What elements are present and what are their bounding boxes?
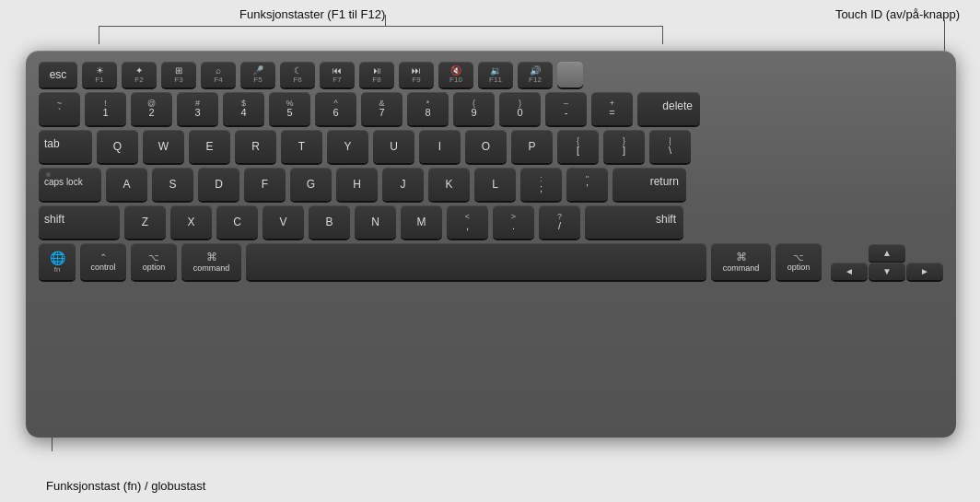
key-backtick[interactable]: ~ ` [39,92,80,125]
key-9[interactable]: ( 9 [453,92,495,125]
key-m[interactable]: M [401,205,442,239]
key-u[interactable]: U [373,130,414,163]
bracket-line-top [99,26,662,27]
key-l[interactable]: L [474,168,516,201]
key-minus[interactable]: – - [545,92,587,125]
key-f2-label: F2 [134,76,143,84]
key-2[interactable]: @ 2 [131,92,172,125]
key-touchid[interactable] [557,62,583,88]
key-g[interactable]: G [290,168,332,201]
key-arrow-left[interactable]: ◄ [831,263,868,280]
key-f6-label: F6 [293,76,301,84]
key-q[interactable]: Q [97,130,138,163]
key-f8[interactable]: ⏯ F8 [359,62,394,88]
key-f2-icon: ✦ [135,65,143,76]
key-4[interactable]: $ 4 [223,92,264,125]
key-f9[interactable]: ⏭ F9 [399,62,434,88]
key-6[interactable]: ^ 6 [315,92,356,125]
key-command-right-icon: ⌘ [736,251,747,263]
key-d[interactable]: D [198,168,239,201]
key-delete[interactable]: delete [637,92,700,125]
key-comma[interactable]: < , [447,205,488,239]
key-space[interactable] [246,243,706,280]
key-s[interactable]: S [152,168,193,201]
key-p[interactable]: P [511,130,553,163]
key-f5[interactable]: 🎤 F5 [240,62,275,88]
key-slash[interactable]: ? / [539,205,580,239]
key-0[interactable]: ) 0 [499,92,541,125]
key-5[interactable]: % 5 [269,92,310,125]
key-arrow-left-icon: ◄ [845,266,854,276]
key-command-left[interactable]: ⌘ command [181,243,241,280]
key-arrow-right[interactable]: ► [906,263,943,280]
key-arrow-up[interactable]: ▲ [869,244,905,262]
key-tab[interactable]: tab [39,130,92,163]
key-f6[interactable]: ☾ F6 [280,62,315,88]
key-h[interactable]: H [336,168,378,201]
key-e[interactable]: E [189,130,230,163]
key-f2[interactable]: ✦ F2 [122,62,157,88]
key-f4[interactable]: ⌕ F4 [201,62,236,88]
key-i[interactable]: I [419,130,461,163]
key-minus-label: - [565,108,568,118]
key-f8-label: F8 [372,76,380,84]
key-f3[interactable]: ⊞ F3 [161,62,196,88]
key-n[interactable]: N [355,205,396,239]
key-esc-label: esc [50,68,67,81]
key-fn-label: fn [54,265,61,274]
key-command-left-icon: ⌘ [206,251,217,263]
key-j[interactable]: J [382,168,424,201]
key-7[interactable]: & 7 [361,92,402,125]
key-f10[interactable]: 🔇 F10 [438,62,473,88]
key-8[interactable]: * 8 [407,92,449,125]
key-3[interactable]: # 3 [177,92,218,125]
key-t[interactable]: T [281,130,322,163]
key-semicolon[interactable]: : ; [520,168,562,201]
key-period[interactable]: > . [493,205,534,239]
key-o[interactable]: O [465,130,507,163]
key-7-label: 7 [379,108,384,118]
key-f12[interactable]: 🔊 F12 [518,62,553,88]
key-z[interactable]: Z [124,205,166,239]
key-backslash[interactable]: | \ [649,130,691,163]
key-command-right[interactable]: ⌘ command [711,243,771,280]
key-rbracket[interactable]: } ] [603,130,645,163]
key-f1[interactable]: ☀ F1 [82,62,117,88]
key-k[interactable]: K [428,168,470,201]
key-arrow-down[interactable]: ▼ [869,263,905,280]
key-quote[interactable]: " ' [566,168,608,201]
key-control[interactable]: ⌃ control [80,243,126,280]
key-a[interactable]: A [106,168,147,201]
key-f8-icon: ⏯ [372,65,381,76]
key-capslock[interactable]: caps lock [39,168,101,201]
key-esc[interactable]: esc [39,62,77,88]
key-option-left[interactable]: ⌥ option [131,243,177,280]
key-rshift-label: shift [656,213,676,226]
keyboard: esc ☀ F1 ✦ F2 ⊞ F3 ⌕ F4 [26,51,956,438]
key-lshift[interactable]: shift [39,205,120,239]
key-f[interactable]: F [244,168,286,201]
key-option-right[interactable]: ⌥ option [776,243,822,280]
key-fn[interactable]: 🌐 fn [39,243,76,280]
key-r[interactable]: R [235,130,276,163]
key-equals[interactable]: + = [591,92,633,125]
key-lbracket[interactable]: { [ [557,130,599,163]
key-command-left-label: command [193,263,230,273]
key-f7[interactable]: ⏮ F7 [320,62,355,88]
key-f1-icon: ☀ [96,65,104,76]
key-8-label: 8 [425,108,430,118]
key-f5-label: F5 [253,76,262,84]
key-f11-label: F11 [489,76,502,84]
bracket-line-right-v [662,26,663,44]
key-1[interactable]: ! 1 [85,92,126,125]
key-rshift[interactable]: shift [585,205,683,239]
key-b[interactable]: B [309,205,350,239]
key-0-label: 0 [517,108,522,118]
key-f11[interactable]: 🔉 F11 [478,62,513,88]
key-c[interactable]: C [216,205,258,239]
key-w[interactable]: W [143,130,184,163]
key-x[interactable]: X [170,205,212,239]
key-v[interactable]: V [262,205,304,239]
key-y[interactable]: Y [327,130,368,163]
key-return[interactable]: return [612,168,686,201]
